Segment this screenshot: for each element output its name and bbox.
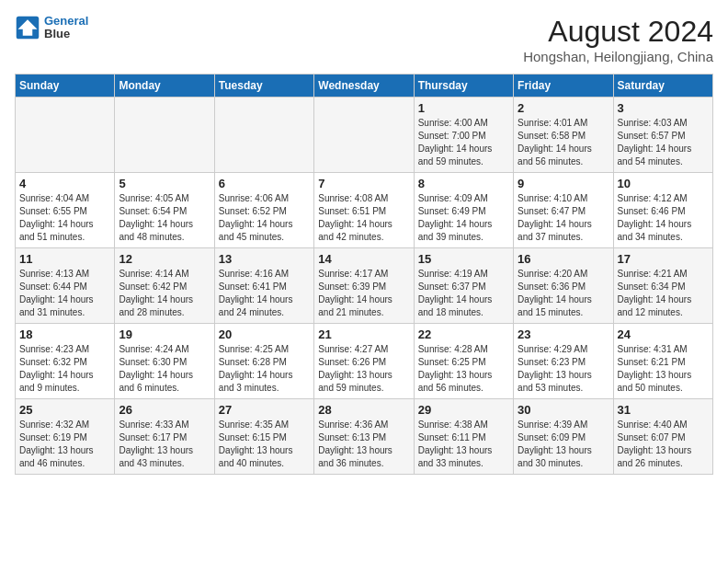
day-number: 27 (219, 403, 310, 417)
day-number: 30 (518, 403, 609, 417)
cell-content: Sunrise: 4:09 AMSunset: 6:49 PMDaylight:… (418, 192, 509, 244)
cell-content: Sunrise: 4:12 AMSunset: 6:46 PMDaylight:… (618, 192, 709, 244)
cell-content: Sunrise: 4:40 AMSunset: 6:07 PMDaylight:… (618, 419, 709, 470)
calendar-week-5: 25Sunrise: 4:32 AMSunset: 6:19 PMDayligh… (16, 399, 713, 475)
calendar-cell: 29Sunrise: 4:38 AMSunset: 6:11 PMDayligh… (414, 399, 513, 475)
calendar-cell: 17Sunrise: 4:21 AMSunset: 6:34 PMDayligh… (613, 248, 712, 324)
header: General Blue August 2024 Hongshan, Heilo… (15, 15, 713, 64)
day-number: 22 (418, 327, 509, 341)
day-number: 4 (19, 177, 110, 190)
calendar-cell: 2Sunrise: 4:01 AMSunset: 6:58 PMDaylight… (514, 98, 613, 173)
title-area: August 2024 Hongshan, Heilongjiang, Chin… (523, 15, 713, 64)
header-tuesday: Tuesday (214, 75, 313, 98)
calendar-cell: 5Sunrise: 4:05 AMSunset: 6:54 PMDaylight… (115, 173, 214, 248)
cell-content: Sunrise: 4:21 AMSunset: 6:34 PMDaylight:… (618, 268, 709, 319)
cell-content: Sunrise: 4:33 AMSunset: 6:17 PMDaylight:… (119, 419, 210, 470)
logo-line1: General (44, 14, 88, 28)
calendar-cell: 8Sunrise: 4:09 AMSunset: 6:49 PMDaylight… (414, 173, 513, 248)
cell-content: Sunrise: 4:05 AMSunset: 6:54 PMDaylight:… (119, 192, 210, 244)
header-sunday: Sunday (16, 75, 115, 98)
calendar-cell: 19Sunrise: 4:24 AMSunset: 6:30 PMDayligh… (115, 324, 214, 399)
calendar-cell: 30Sunrise: 4:39 AMSunset: 6:09 PMDayligh… (514, 399, 613, 475)
cell-content: Sunrise: 4:19 AMSunset: 6:37 PMDaylight:… (418, 268, 509, 319)
day-number: 20 (219, 327, 310, 341)
cell-content: Sunrise: 4:35 AMSunset: 6:15 PMDaylight:… (219, 419, 310, 470)
cell-content: Sunrise: 4:36 AMSunset: 6:13 PMDaylight:… (318, 419, 409, 470)
day-number: 9 (518, 177, 609, 190)
cell-content: Sunrise: 4:29 AMSunset: 6:23 PMDaylight:… (518, 343, 609, 395)
day-number: 1 (418, 101, 509, 115)
cell-content: Sunrise: 4:00 AMSunset: 7:00 PMDaylight:… (418, 117, 509, 168)
header-wednesday: Wednesday (314, 75, 414, 98)
day-number: 29 (418, 403, 509, 417)
logo-text: General Blue (44, 15, 88, 41)
calendar-cell: 6Sunrise: 4:06 AMSunset: 6:52 PMDaylight… (214, 173, 313, 248)
calendar-week-1: 1Sunrise: 4:00 AMSunset: 7:00 PMDaylight… (16, 98, 713, 173)
day-number: 10 (618, 177, 709, 190)
day-number: 25 (19, 403, 110, 417)
page-title: August 2024 (523, 15, 713, 49)
day-number: 26 (119, 403, 210, 417)
day-number: 11 (19, 252, 110, 266)
calendar-cell: 26Sunrise: 4:33 AMSunset: 6:17 PMDayligh… (115, 399, 214, 475)
day-number: 28 (318, 403, 409, 417)
day-number: 15 (418, 252, 509, 266)
logo-line2: Blue (44, 28, 88, 40)
cell-content: Sunrise: 4:03 AMSunset: 6:57 PMDaylight:… (618, 117, 709, 168)
calendar-cell: 25Sunrise: 4:32 AMSunset: 6:19 PMDayligh… (16, 399, 115, 475)
calendar-cell: 28Sunrise: 4:36 AMSunset: 6:13 PMDayligh… (314, 399, 414, 475)
calendar-cell: 23Sunrise: 4:29 AMSunset: 6:23 PMDayligh… (514, 324, 613, 399)
header-friday: Friday (514, 75, 613, 98)
cell-content: Sunrise: 4:01 AMSunset: 6:58 PMDaylight:… (518, 117, 609, 168)
day-number: 6 (219, 177, 310, 190)
cell-content: Sunrise: 4:16 AMSunset: 6:41 PMDaylight:… (219, 268, 310, 319)
cell-content: Sunrise: 4:31 AMSunset: 6:21 PMDaylight:… (618, 343, 709, 395)
calendar-cell (314, 98, 414, 173)
cell-content: Sunrise: 4:38 AMSunset: 6:11 PMDaylight:… (418, 419, 509, 470)
logo: General Blue (15, 15, 88, 41)
day-number: 16 (518, 252, 609, 266)
calendar-header-row: SundayMondayTuesdayWednesdayThursdayFrid… (16, 75, 713, 98)
cell-content: Sunrise: 4:14 AMSunset: 6:42 PMDaylight:… (119, 268, 210, 319)
calendar-cell: 22Sunrise: 4:28 AMSunset: 6:25 PMDayligh… (414, 324, 513, 399)
cell-content: Sunrise: 4:08 AMSunset: 6:51 PMDaylight:… (318, 192, 409, 244)
day-number: 5 (119, 177, 210, 190)
day-number: 23 (518, 327, 609, 341)
day-number: 18 (19, 327, 110, 341)
cell-content: Sunrise: 4:04 AMSunset: 6:55 PMDaylight:… (19, 192, 110, 244)
calendar-week-3: 11Sunrise: 4:13 AMSunset: 6:44 PMDayligh… (16, 248, 713, 324)
cell-content: Sunrise: 4:20 AMSunset: 6:36 PMDaylight:… (518, 268, 609, 319)
cell-content: Sunrise: 4:28 AMSunset: 6:25 PMDaylight:… (418, 343, 509, 395)
calendar-cell: 12Sunrise: 4:14 AMSunset: 6:42 PMDayligh… (115, 248, 214, 324)
cell-content: Sunrise: 4:39 AMSunset: 6:09 PMDaylight:… (518, 419, 609, 470)
calendar-cell: 21Sunrise: 4:27 AMSunset: 6:26 PMDayligh… (314, 324, 414, 399)
calendar-cell: 11Sunrise: 4:13 AMSunset: 6:44 PMDayligh… (16, 248, 115, 324)
cell-content: Sunrise: 4:27 AMSunset: 6:26 PMDaylight:… (318, 343, 409, 395)
day-number: 2 (518, 101, 609, 115)
day-number: 31 (618, 403, 709, 417)
calendar-cell (115, 98, 214, 173)
logo-icon (15, 15, 40, 40)
calendar-cell (16, 98, 115, 173)
cell-content: Sunrise: 4:23 AMSunset: 6:32 PMDaylight:… (19, 343, 110, 395)
cell-content: Sunrise: 4:10 AMSunset: 6:47 PMDaylight:… (518, 192, 609, 244)
cell-content: Sunrise: 4:13 AMSunset: 6:44 PMDaylight:… (19, 268, 110, 319)
calendar-cell: 9Sunrise: 4:10 AMSunset: 6:47 PMDaylight… (514, 173, 613, 248)
day-number: 13 (219, 252, 310, 266)
calendar-week-2: 4Sunrise: 4:04 AMSunset: 6:55 PMDaylight… (16, 173, 713, 248)
day-number: 17 (618, 252, 709, 266)
calendar-cell: 7Sunrise: 4:08 AMSunset: 6:51 PMDaylight… (314, 173, 414, 248)
day-number: 14 (318, 252, 409, 266)
cell-content: Sunrise: 4:17 AMSunset: 6:39 PMDaylight:… (318, 268, 409, 319)
day-number: 21 (318, 327, 409, 341)
calendar-week-4: 18Sunrise: 4:23 AMSunset: 6:32 PMDayligh… (16, 324, 713, 399)
calendar-cell: 31Sunrise: 4:40 AMSunset: 6:07 PMDayligh… (613, 399, 712, 475)
cell-content: Sunrise: 4:32 AMSunset: 6:19 PMDaylight:… (19, 419, 110, 470)
calendar-cell: 3Sunrise: 4:03 AMSunset: 6:57 PMDaylight… (613, 98, 712, 173)
page-subtitle: Hongshan, Heilongjiang, China (523, 49, 713, 64)
calendar-cell: 14Sunrise: 4:17 AMSunset: 6:39 PMDayligh… (314, 248, 414, 324)
day-number: 3 (618, 101, 709, 115)
header-saturday: Saturday (613, 75, 712, 98)
calendar-table: SundayMondayTuesdayWednesdayThursdayFrid… (15, 74, 713, 475)
day-number: 19 (119, 327, 210, 341)
